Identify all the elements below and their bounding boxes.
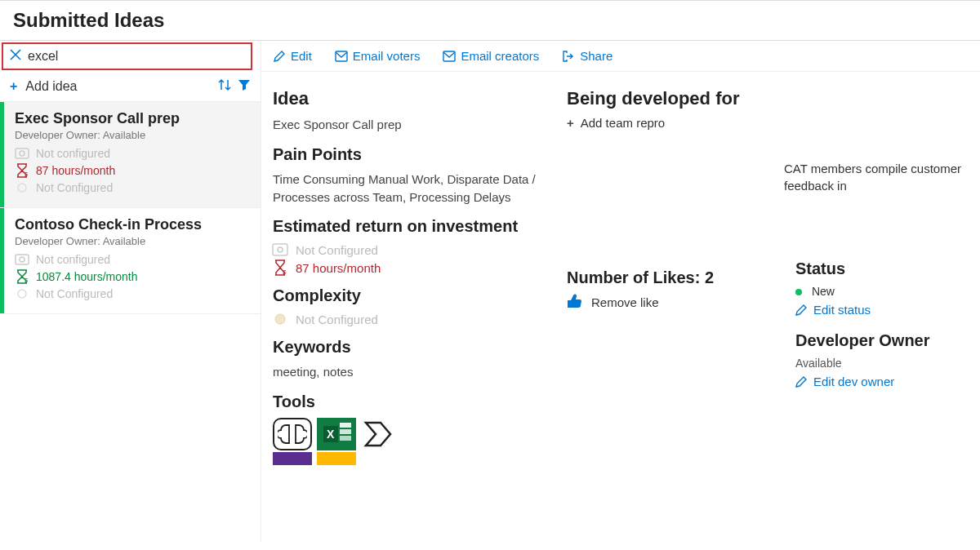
keywords-value: meeting, notes: [273, 363, 550, 381]
email-creators-button[interactable]: Email creators: [443, 49, 539, 63]
tools-heading: Tools: [273, 393, 550, 411]
idea-owner: Developer Owner: Available: [15, 235, 249, 247]
email-voters-button[interactable]: Email voters: [335, 49, 421, 63]
svg-rect-4: [16, 255, 29, 264]
svg-text:$: $: [24, 171, 28, 177]
remove-like-button[interactable]: Remove like: [567, 294, 779, 311]
svg-rect-0: [16, 149, 29, 158]
developed-heading: Being developed for: [567, 88, 779, 109]
idea-title-value: Exec Sponsor Call prep: [273, 116, 550, 134]
hourglass-icon: $: [15, 163, 29, 178]
svg-point-13: [275, 314, 285, 324]
pencil-icon: [273, 50, 286, 63]
svg-text:$: $: [283, 268, 287, 276]
money-icon: [15, 146, 29, 161]
idea-hours: $ 87 hours/month: [15, 163, 249, 178]
svg-rect-17: [340, 423, 351, 428]
idea-title: Exec Sponsor Call prep: [15, 110, 249, 127]
idea-card[interactable]: Exec Sponsor Call prep Developer Owner: …: [0, 102, 261, 208]
idea-title: Contoso Check-in Process: [15, 216, 249, 233]
accent-bar: [0, 102, 4, 207]
complexity-heading: Complexity: [273, 286, 550, 305]
idea-complexity: Not Configured: [15, 180, 249, 195]
dev-owner-value: Available: [795, 357, 969, 370]
svg-point-5: [20, 257, 24, 262]
status-heading: Status: [795, 259, 969, 278]
circle-icon: [273, 312, 287, 326]
svg-point-11: [278, 247, 283, 252]
tool-onenote-icon[interactable]: [273, 452, 312, 465]
action-bar: Edit Email voters Email creators Share: [261, 41, 980, 72]
tools-row: X: [273, 418, 550, 450]
keywords-heading: Keywords: [273, 338, 550, 357]
money-icon: [15, 252, 29, 267]
complexity-value: Not Configured: [273, 312, 550, 326]
thumbs-up-icon: [567, 294, 583, 311]
sort-icon[interactable]: [218, 78, 231, 95]
svg-point-3: [18, 184, 26, 192]
svg-rect-9: [443, 51, 455, 61]
accent-bar: [0, 208, 4, 313]
pencil-icon: [795, 304, 807, 316]
add-team-button[interactable]: + Add team repro: [567, 116, 779, 130]
pain-heading: Pain Points: [273, 145, 550, 164]
edit-button[interactable]: Edit: [273, 49, 312, 63]
mail-icon: [443, 51, 456, 62]
filter-icon[interactable]: [238, 78, 251, 95]
idea-owner: Developer Owner: Available: [15, 129, 249, 141]
add-idea-label: Add idea: [25, 79, 77, 94]
hourglass-icon: $: [15, 269, 29, 284]
idea-cost: Not configured: [15, 146, 249, 161]
circle-icon: [15, 180, 29, 195]
svg-rect-19: [340, 436, 351, 441]
roi-cost: Not Configured: [273, 242, 550, 257]
svg-text:X: X: [327, 428, 335, 441]
idea-cost: Not configured: [15, 252, 249, 267]
roi-heading: Estimated return on investment: [273, 217, 550, 236]
status-dot-icon: [795, 289, 802, 295]
idea-heading: Idea: [273, 88, 550, 109]
svg-rect-10: [273, 244, 287, 255]
status-value: New: [795, 285, 969, 298]
sidebar: excel + Add idea Exec Sponsor Call prep …: [0, 41, 261, 542]
pencil-icon: [795, 376, 807, 388]
edit-dev-owner-button[interactable]: Edit dev owner: [795, 375, 969, 388]
search-box[interactable]: excel: [2, 42, 252, 70]
description-snippet: CAT members compile customer feedback in: [784, 160, 964, 194]
tool-brain-icon[interactable]: [273, 418, 312, 450]
dev-owner-heading: Developer Owner: [795, 331, 969, 350]
idea-complexity: Not Configured: [15, 286, 249, 301]
plus-icon: +: [10, 79, 17, 94]
hourglass-icon: $: [273, 260, 287, 275]
svg-point-7: [18, 290, 26, 298]
svg-rect-8: [336, 51, 347, 61]
edit-status-button[interactable]: Edit status: [795, 303, 969, 317]
clear-search-icon[interactable]: [10, 49, 28, 64]
plus-icon: +: [567, 116, 574, 130]
svg-rect-18: [340, 429, 351, 434]
tool-powerautomate-icon[interactable]: [361, 418, 400, 450]
money-icon: [273, 242, 287, 257]
share-icon: [562, 50, 575, 63]
tool-powerbi-icon[interactable]: [317, 452, 356, 465]
search-value: excel: [28, 49, 58, 64]
svg-point-1: [20, 151, 24, 156]
mail-icon: [335, 51, 348, 62]
likes-heading: Number of Likes: 2: [567, 268, 779, 287]
idea-hours: $ 1087.4 hours/month: [15, 269, 249, 284]
share-button[interactable]: Share: [562, 49, 612, 63]
tool-excel-icon[interactable]: X: [317, 418, 356, 450]
svg-text:$: $: [24, 277, 28, 283]
add-idea-row[interactable]: + Add idea: [0, 72, 261, 102]
pain-value: Time Consuming Manual Work, Disparate Da…: [273, 171, 550, 206]
roi-hours: $ 87 hours/month: [273, 260, 550, 275]
main-content: Edit Email voters Email creators Share C…: [261, 41, 980, 542]
page-title: Submitted Ideas: [13, 9, 967, 32]
circle-icon: [15, 286, 29, 301]
idea-card[interactable]: Contoso Check-in Process Developer Owner…: [0, 208, 261, 314]
